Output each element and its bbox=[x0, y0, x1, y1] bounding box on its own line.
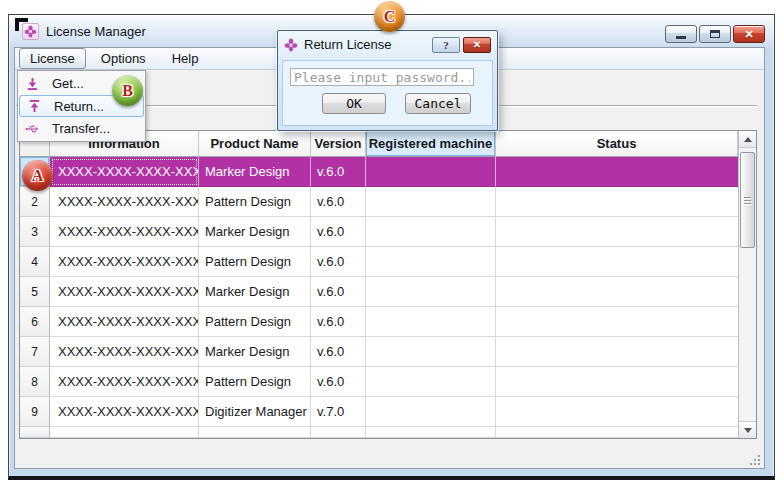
menu-options[interactable]: Options bbox=[90, 48, 157, 69]
cell-information[interactable]: XXXX-XXXX-XXXX-XXXX bbox=[50, 277, 199, 307]
column-header-product-name[interactable]: Product Name bbox=[199, 131, 311, 157]
usb-transfer-icon bbox=[23, 123, 41, 135]
cell-registered-machine[interactable] bbox=[366, 187, 496, 217]
cell-registered-machine[interactable] bbox=[366, 247, 496, 277]
caption-buttons: ✕ bbox=[665, 25, 765, 43]
row-header[interactable]: 4 bbox=[20, 247, 50, 277]
menu-item-transfer[interactable]: Transfer... bbox=[18, 117, 145, 140]
cell-information[interactable]: XXXX-XXXX-XXXX-XXXX bbox=[50, 217, 199, 247]
row-header[interactable]: 6 bbox=[20, 307, 50, 337]
cell-version[interactable]: v.6.0 bbox=[311, 337, 366, 367]
download-icon bbox=[23, 77, 41, 90]
row-header[interactable]: 8 bbox=[20, 367, 50, 397]
cell-product-name[interactable]: Marker Design bbox=[199, 277, 311, 307]
cell-registered-machine[interactable] bbox=[366, 307, 496, 337]
cell-status[interactable] bbox=[496, 307, 738, 337]
cell-status[interactable] bbox=[496, 337, 738, 367]
row-header[interactable]: 2 bbox=[20, 187, 50, 217]
dialog-buttons: ? ✕ bbox=[432, 37, 491, 53]
cell-information[interactable]: XXXX-XXXX-XXXX-XXXX bbox=[50, 367, 199, 397]
annotation-badge-a: A bbox=[22, 160, 53, 191]
license-table: Information Product Name Version Registe… bbox=[19, 130, 757, 439]
close-icon: ✕ bbox=[744, 29, 753, 40]
corner-mark bbox=[15, 18, 28, 31]
scroll-down-button[interactable] bbox=[739, 421, 756, 438]
cell-registered-machine[interactable] bbox=[366, 337, 496, 367]
empty-cell bbox=[311, 427, 366, 438]
scrollbar-thumb[interactable] bbox=[740, 152, 755, 248]
annotation-badge-b: B bbox=[112, 75, 143, 106]
cell-product-name[interactable]: Pattern Design bbox=[199, 307, 311, 337]
cell-registered-machine[interactable] bbox=[366, 157, 496, 187]
dialog-help-button[interactable]: ? bbox=[432, 37, 460, 53]
close-button[interactable]: ✕ bbox=[733, 25, 765, 43]
cell-product-name[interactable]: Pattern Design bbox=[199, 187, 311, 217]
arrow-up-icon bbox=[744, 137, 752, 142]
cell-version[interactable]: v.6.0 bbox=[311, 247, 366, 277]
row-header[interactable]: 9 bbox=[20, 397, 50, 427]
dialog-close-button[interactable]: ✕ bbox=[463, 37, 491, 53]
column-header-registered-machine[interactable]: Registered machine bbox=[366, 131, 496, 157]
ok-button[interactable]: OK bbox=[322, 93, 386, 114]
cell-information[interactable]: XXXX-XXXX-XXXX-XXXX bbox=[50, 157, 199, 187]
cell-product-name[interactable]: Marker Design bbox=[199, 217, 311, 247]
annotation-badge-c: C bbox=[374, 1, 405, 32]
empty-cell bbox=[199, 427, 311, 438]
cell-version[interactable]: v.7.0 bbox=[311, 397, 366, 427]
menu-help[interactable]: Help bbox=[161, 48, 210, 69]
maximize-icon bbox=[710, 30, 720, 38]
menu-item-label: Get... bbox=[52, 76, 84, 91]
empty-cell bbox=[496, 427, 738, 438]
cell-information[interactable]: XXXX-XXXX-XXXX-XXXX bbox=[50, 247, 199, 277]
cell-product-name[interactable]: Pattern Design bbox=[199, 367, 311, 397]
minimize-button[interactable] bbox=[665, 25, 697, 43]
row-header[interactable]: 3 bbox=[20, 217, 50, 247]
cell-status[interactable] bbox=[496, 187, 738, 217]
cell-version[interactable]: v.6.0 bbox=[311, 187, 366, 217]
password-input[interactable] bbox=[290, 68, 474, 86]
close-icon: ✕ bbox=[473, 40, 481, 50]
dialog-title: Return License bbox=[304, 37, 391, 52]
window-title: License Manager bbox=[46, 24, 146, 39]
empty-cell bbox=[366, 427, 496, 438]
cell-information[interactable]: XXXX-XXXX-XXXX-XXXX bbox=[50, 187, 199, 217]
cell-information[interactable]: XXXX-XXXX-XXXX-XXXX bbox=[50, 337, 199, 367]
cell-status[interactable] bbox=[496, 217, 738, 247]
cell-status[interactable] bbox=[496, 397, 738, 427]
cell-product-name[interactable]: Digitizer Manager bbox=[199, 397, 311, 427]
cell-product-name[interactable]: Marker Design bbox=[199, 157, 311, 187]
dialog-body: OK Cancel bbox=[282, 60, 493, 126]
row-header[interactable]: 5 bbox=[20, 277, 50, 307]
cell-status[interactable] bbox=[496, 367, 738, 397]
empty-cell bbox=[50, 427, 199, 438]
column-header-status[interactable]: Status bbox=[496, 131, 738, 157]
scroll-up-button[interactable] bbox=[739, 131, 756, 148]
cell-information[interactable]: XXXX-XXXX-XXXX-XXXX bbox=[50, 307, 199, 337]
cell-registered-machine[interactable] bbox=[366, 367, 496, 397]
flower-icon bbox=[284, 38, 298, 52]
return-license-dialog: Return License ? ✕ OK Cancel bbox=[277, 30, 498, 131]
cell-information[interactable]: XXXX-XXXX-XXXX-XXXX bbox=[50, 397, 199, 427]
cell-registered-machine[interactable] bbox=[366, 217, 496, 247]
cell-product-name[interactable]: Pattern Design bbox=[199, 247, 311, 277]
upload-icon bbox=[25, 100, 43, 113]
cell-version[interactable]: v.6.0 bbox=[311, 307, 366, 337]
cell-version[interactable]: v.6.0 bbox=[311, 217, 366, 247]
column-header-version[interactable]: Version bbox=[311, 131, 366, 157]
cell-status[interactable] bbox=[496, 277, 738, 307]
cell-version[interactable]: v.6.0 bbox=[311, 277, 366, 307]
resize-grip[interactable] bbox=[749, 453, 762, 466]
cell-version[interactable]: v.6.0 bbox=[311, 157, 366, 187]
vertical-scrollbar[interactable] bbox=[738, 131, 756, 438]
cell-product-name[interactable]: Marker Design bbox=[199, 337, 311, 367]
cell-registered-machine[interactable] bbox=[366, 277, 496, 307]
cell-status[interactable] bbox=[496, 247, 738, 277]
cancel-button[interactable]: Cancel bbox=[405, 93, 471, 114]
grip-dots-icon bbox=[750, 463, 752, 465]
cell-registered-machine[interactable] bbox=[366, 397, 496, 427]
row-header[interactable]: 7 bbox=[20, 337, 50, 367]
cell-version[interactable]: v.6.0 bbox=[311, 367, 366, 397]
cell-status[interactable] bbox=[496, 157, 738, 187]
menu-license[interactable]: License bbox=[19, 48, 86, 69]
maximize-button[interactable] bbox=[699, 25, 731, 43]
